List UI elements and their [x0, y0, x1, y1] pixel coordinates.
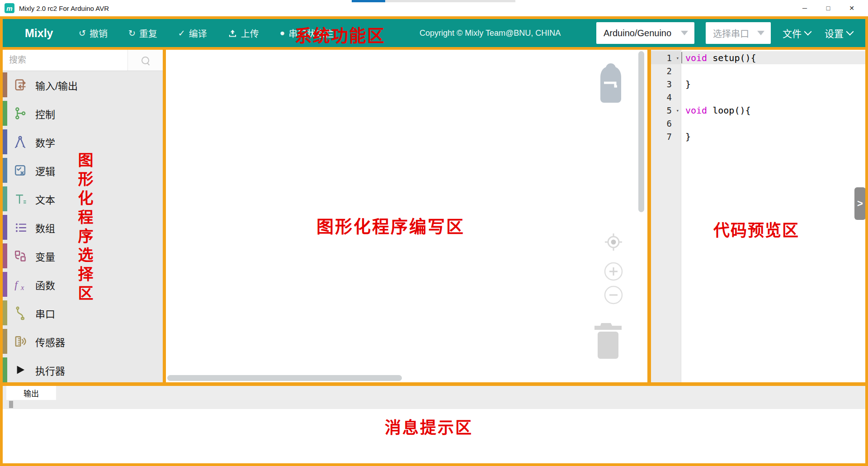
message-panel: 输出	[3, 386, 865, 463]
sidebar-category-9[interactable]: 传感器	[3, 327, 163, 356]
trash-icon[interactable]	[594, 319, 623, 360]
zoom-reset-target-icon[interactable]	[604, 233, 623, 251]
category-color-strip	[3, 129, 7, 154]
category-color-strip	[3, 215, 7, 240]
search-button[interactable]	[127, 50, 163, 71]
category-list: 输入/输出控制数学逻辑文本数组变量fx函数串口传感器执行器	[3, 71, 163, 384]
category-label: 执行器	[35, 363, 65, 377]
category-color-strip	[3, 186, 7, 211]
toolbar-redo-button[interactable]: ↻重复	[128, 27, 157, 40]
window-controls: ─□✕	[793, 0, 863, 16]
mixly-brand-button[interactable]: Mixly	[25, 19, 53, 47]
frame-divider-sidebar	[163, 50, 166, 382]
window-close-button[interactable]: ✕	[840, 0, 863, 16]
mixly-window: m Mixly 2.0 rc2 For Arduino AVR ─□✕ Mixl…	[0, 0, 868, 466]
toolbar-upload-button[interactable]: 上传	[228, 27, 259, 40]
sidebar-category-2[interactable]: 数学	[3, 128, 163, 156]
code-text: void setup(){	[681, 51, 756, 64]
frame-divider-toolbar	[0, 47, 868, 50]
code-text: void loop(){	[681, 104, 751, 117]
code-line-4: 4	[651, 90, 865, 104]
port-select-value: 选择串口	[713, 27, 749, 40]
frame-border-bottom	[0, 463, 868, 466]
toolbar-compile-button[interactable]: ✓编译	[178, 27, 207, 40]
category-color-strip	[3, 72, 7, 97]
sidebar-category-5[interactable]: 数组	[3, 213, 163, 242]
toolbar-serial-status-button[interactable]: ●串口状态栏	[280, 27, 334, 40]
sidebar-category-4[interactable]: 文本	[3, 185, 163, 213]
sidebar-category-10[interactable]: 执行器	[3, 356, 163, 384]
backpack-icon[interactable]	[597, 62, 625, 104]
menu-file-label: 文件	[783, 26, 802, 40]
toolbar-undo-button[interactable]: ↺撤销	[79, 27, 108, 40]
workspace-horizontal-scrollbar[interactable]	[167, 375, 402, 381]
sidebar-category-1[interactable]: 控制	[3, 99, 163, 128]
svg-text:f: f	[14, 279, 19, 290]
frame-divider-code	[647, 50, 651, 382]
sidebar-category-8[interactable]: 串口	[3, 299, 163, 327]
port-select[interactable]: 选择串口	[706, 22, 771, 44]
dot-icon: ●	[280, 28, 285, 38]
sidebar-category-0[interactable]: 输入/输出	[3, 71, 163, 99]
check-icon: ✓	[178, 28, 185, 38]
board-select-value: Arduino/Genuino	[604, 28, 671, 38]
code-text	[681, 64, 685, 77]
top-edge-gray-strip	[385, 0, 515, 2]
undo-icon: ↺	[79, 28, 86, 38]
code-line-2: 2	[651, 64, 865, 77]
line-number: 4	[651, 90, 681, 104]
category-label: 数学	[35, 135, 55, 149]
code-line-5: 5▾void loop(){	[651, 104, 865, 117]
panel-expand-toggle[interactable]: >	[854, 187, 866, 220]
line-number: 7	[651, 130, 681, 143]
code-line-3: 3}	[651, 77, 865, 90]
message-scroll-thumb[interactable]	[9, 401, 13, 408]
mixly-logo-icon: m	[5, 3, 14, 13]
board-select[interactable]: Arduino/Genuino	[596, 22, 694, 44]
category-color-strip	[3, 272, 7, 297]
block-category-sidebar: 输入/输出控制数学逻辑文本数组变量fx函数串口传感器执行器	[3, 50, 163, 382]
fold-arrow-icon[interactable]: ▾	[676, 107, 679, 113]
menu-settings[interactable]: 设置	[825, 19, 853, 47]
category-label: 输入/输出	[35, 78, 78, 92]
redo-icon: ↻	[128, 28, 136, 38]
chevron-down-icon	[681, 31, 688, 35]
actuator-icon	[13, 362, 28, 377]
line-number: 5▾	[651, 104, 681, 117]
sidebar-category-7[interactable]: fx函数	[3, 270, 163, 299]
category-label: 逻辑	[35, 163, 55, 178]
message-scroll-strip	[3, 400, 865, 409]
logic-icon	[13, 163, 28, 178]
function-icon: fx	[13, 277, 28, 292]
search-icon	[142, 57, 149, 64]
line-number: 3	[651, 77, 681, 90]
category-color-strip	[3, 300, 7, 325]
fold-arrow-icon[interactable]: ▾	[676, 55, 679, 61]
code-segment: }	[685, 79, 691, 90]
zoom-in-button[interactable]	[604, 262, 623, 281]
sidebar-category-3[interactable]: 逻辑	[3, 156, 163, 185]
chevron-down-icon	[804, 28, 812, 35]
category-label: 串口	[35, 306, 55, 320]
window-maximize-button[interactable]: □	[816, 0, 840, 16]
code-segment: void	[685, 105, 707, 116]
zoom-out-button[interactable]	[604, 285, 623, 305]
toolbar-serial-status-label: 串口状态栏	[288, 27, 334, 40]
text-cursor	[681, 52, 682, 63]
category-label: 数组	[35, 220, 55, 235]
sidebar-category-6[interactable]: 变量	[3, 242, 163, 270]
code-lines: 1▾void setup(){23}45▾void loop(){67}	[651, 51, 865, 143]
window-minimize-button[interactable]: ─	[793, 0, 816, 16]
menu-file[interactable]: 文件	[783, 19, 811, 47]
workspace-vertical-scrollbar[interactable]	[638, 51, 644, 212]
frame-border-right	[865, 16, 868, 466]
toolbar-buttons: ↺撤销↻重复✓编译上传●串口状态栏	[79, 19, 334, 47]
search-input[interactable]	[3, 50, 127, 71]
search-row	[3, 50, 163, 71]
toolbar-compile-label: 编译	[189, 27, 207, 40]
line-number: 6	[651, 117, 681, 130]
tab-output[interactable]: 输出	[6, 386, 56, 400]
code-segment: setup(){	[707, 52, 756, 63]
blockly-workspace[interactable]	[166, 50, 647, 382]
maximize-icon: □	[826, 5, 830, 12]
